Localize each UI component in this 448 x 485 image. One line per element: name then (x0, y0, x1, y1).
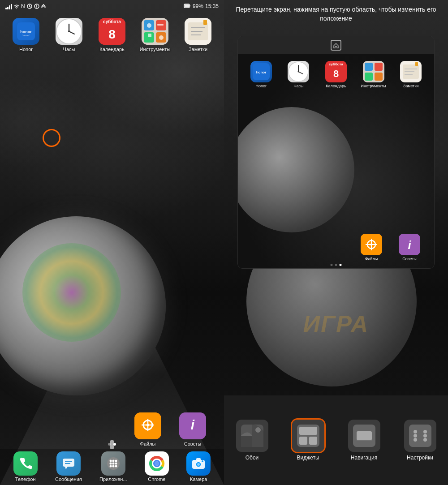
dock-messages[interactable]: Сообщения (55, 451, 82, 482)
preview-tips-label: Советы (402, 257, 416, 262)
widgets-label: Виджеты (297, 455, 319, 461)
app-calendar[interactable]: суббота 8 Календарь (94, 18, 130, 52)
svg-point-51 (112, 463, 114, 465)
app-tips[interactable]: i Советы (175, 412, 211, 447)
preview-honor-icon[interactable]: honor (250, 61, 272, 82)
preview-files-icon[interactable] (361, 234, 382, 255)
svg-point-62 (197, 463, 200, 466)
preview-clock-label: Часы (293, 84, 303, 89)
tips-label: Советы (184, 441, 201, 447)
svg-point-52 (115, 463, 117, 465)
dock-apps[interactable]: Приложен... (99, 451, 127, 482)
svg-point-48 (112, 460, 114, 462)
messages-dock-icon[interactable] (56, 451, 81, 476)
preview-honor[interactable]: honor Honor (246, 61, 277, 89)
app-notes[interactable]: Заметки (180, 18, 216, 52)
preview-notes-icon[interactable] (400, 61, 422, 82)
preview-tips[interactable]: i Советы (394, 234, 425, 262)
home-indicator (331, 40, 341, 51)
wallpapers-label: Обои (246, 455, 259, 461)
time-display: 15:35 (205, 3, 219, 9)
app-files[interactable]: Файлы (130, 412, 166, 447)
toolbar-widgets[interactable]: Виджеты (292, 420, 324, 461)
apps-dock-label: Приложен... (99, 476, 127, 482)
preview-clock[interactable]: Часы (283, 61, 314, 89)
preview-moon (237, 107, 354, 232)
preview-files[interactable]: Файлы (356, 234, 387, 262)
svg-rect-97 (299, 437, 307, 445)
preview-content: honor Honor Часы (238, 54, 434, 268)
svg-rect-77 (365, 73, 373, 81)
app-clock[interactable]: Часы (51, 18, 87, 52)
svg-rect-93 (241, 436, 252, 447)
svg-rect-27 (148, 34, 151, 37)
signal-icon (5, 3, 12, 9)
svg-rect-75 (365, 63, 373, 71)
wallpapers-icon[interactable] (236, 420, 268, 452)
preview-top-apps: honor Honor Часы (242, 61, 430, 89)
preview-tools-icon[interactable] (363, 61, 384, 82)
battery-percent: 99% (193, 3, 203, 9)
svg-point-64 (202, 460, 203, 462)
dock-phone[interactable]: Телефон (13, 451, 38, 482)
apps-dock-icon[interactable] (101, 451, 125, 476)
widgets-icon[interactable] (292, 420, 324, 452)
preview-tips-icon[interactable]: i (399, 234, 420, 255)
clock-icon[interactable] (56, 18, 82, 45)
settings-icon[interactable] (404, 420, 436, 452)
svg-text:8: 8 (333, 68, 339, 79)
svg-line-2 (30, 6, 30, 7)
page-dot-1 (108, 443, 111, 446)
preview-files-label: Файлы (365, 257, 378, 262)
toolbar-wallpapers[interactable]: Обои (236, 420, 268, 461)
page-indicator (108, 443, 116, 446)
app-honor[interactable]: honor Honor (8, 18, 44, 52)
honor-icon[interactable]: honor (13, 18, 39, 45)
files-icon[interactable] (134, 412, 161, 439)
phone-preview-card: honor Honor Часы (237, 36, 435, 269)
preview-clock-icon[interactable] (288, 61, 309, 82)
navigation-icon[interactable] (348, 420, 380, 452)
navigation-label: Навигация (351, 455, 377, 461)
svg-rect-7 (185, 4, 189, 7)
phone-dock-icon[interactable] (13, 451, 38, 476)
chrome-dock-label: Chrome (148, 476, 165, 482)
wifi-icon (13, 4, 20, 9)
svg-point-49 (115, 460, 117, 462)
app-tools[interactable]: Инструменты (137, 18, 173, 52)
preview-calendar-icon[interactable]: суббота 8 (325, 61, 347, 82)
notes-icon[interactable] (185, 18, 211, 45)
camera-dock-label: Камера (190, 476, 207, 482)
camera-dock-icon[interactable] (186, 451, 211, 476)
clock-label: Часы (63, 47, 75, 52)
preview-notes[interactable]: Заметки (395, 61, 426, 89)
svg-text:honor: honor (256, 70, 266, 74)
svg-rect-76 (375, 63, 383, 71)
preview-tools[interactable]: Инструменты (358, 61, 389, 89)
alarm-icon (26, 3, 33, 9)
notification-icon (34, 4, 39, 9)
preview-dots (331, 264, 342, 266)
svg-rect-8 (190, 5, 190, 7)
toolbar-settings[interactable]: Настройки (404, 420, 436, 461)
svg-point-59 (155, 461, 159, 466)
messages-dock-label: Сообщения (55, 476, 82, 482)
svg-point-103 (414, 430, 417, 433)
svg-point-25 (147, 23, 151, 28)
preview-calendar[interactable]: суббота 8 Календарь (320, 61, 352, 89)
dock-camera[interactable]: Камера (186, 451, 211, 482)
tips-icon[interactable]: i (179, 412, 206, 439)
svg-rect-42 (63, 459, 74, 467)
dock-chrome[interactable]: Chrome (145, 451, 169, 482)
calendar-icon[interactable]: суббота 8 (99, 18, 125, 45)
svg-point-106 (423, 430, 427, 433)
svg-text:honor: honor (20, 30, 32, 34)
toolbar-navigation[interactable]: Навигация (348, 420, 380, 461)
svg-point-53 (109, 465, 112, 468)
svg-point-28 (159, 35, 164, 40)
svg-text:суббота: суббота (103, 19, 121, 24)
tools-icon[interactable] (142, 18, 168, 45)
chrome-dock-icon[interactable] (145, 451, 169, 476)
bottom-right-apps: Файлы i Советы (130, 412, 211, 447)
svg-point-104 (414, 434, 417, 438)
